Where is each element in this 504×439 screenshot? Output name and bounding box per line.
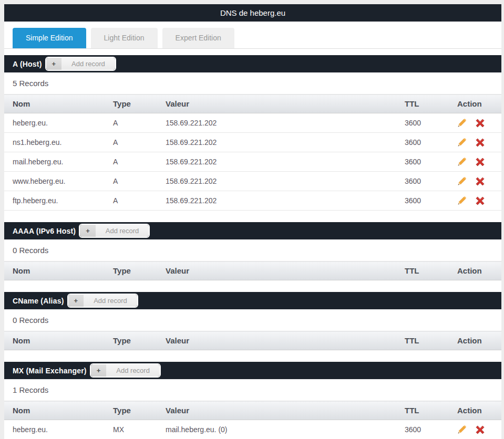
cell-valeur: 158.69.221.202	[157, 172, 396, 191]
column-header-action: Action	[449, 401, 501, 420]
section-bottom-padding	[4, 280, 501, 292]
column-header-valeur: Valeur	[157, 262, 396, 280]
cell-valeur: 158.69.221.202	[157, 113, 396, 133]
records-count: 1 Records	[4, 379, 501, 401]
column-header-action: Action	[449, 262, 501, 280]
section-header: AAAA (IPv6 Host) + Add record	[4, 222, 501, 239]
section-header: CName (Alias) + Add record	[4, 292, 501, 309]
column-header-nom: Nom	[4, 95, 105, 113]
cell-type: A	[105, 152, 157, 172]
delete-x-icon[interactable]	[476, 138, 485, 147]
cell-type: A	[105, 133, 157, 152]
add-record-button[interactable]: + Add record	[45, 57, 116, 71]
tabs-bottom-spacer	[4, 49, 501, 55]
cell-valeur: 158.69.221.202	[157, 191, 396, 211]
edit-pencil-icon[interactable]	[457, 425, 467, 434]
record-row: ftp.heberg.eu. A 158.69.221.202 3600	[4, 191, 501, 211]
tabs-list: Simple EditionLight EditionExpert Editio…	[4, 28, 501, 49]
add-record-label[interactable]: Add record	[61, 58, 115, 70]
add-record-label[interactable]: Add record	[96, 225, 149, 237]
cell-ttl: 3600	[396, 420, 449, 439]
column-header-nom: Nom	[4, 401, 105, 420]
plus-icon[interactable]: +	[91, 364, 107, 377]
column-header-nom: Nom	[4, 331, 105, 350]
cell-nom: www.heberg.eu.	[4, 172, 105, 191]
add-record-button[interactable]: + Add record	[79, 224, 150, 238]
cell-ttl: 3600	[396, 152, 449, 172]
column-header-ttl: TTL	[396, 401, 449, 420]
cell-ttl: 3600	[396, 113, 449, 133]
edit-pencil-icon[interactable]	[457, 196, 467, 205]
tabs-bar: Simple EditionLight EditionExpert Editio…	[4, 22, 501, 49]
column-header-type: Type	[105, 401, 157, 420]
delete-x-icon[interactable]	[476, 158, 485, 166]
table-header-row: Nom Type Valeur TTL Action	[4, 95, 501, 113]
column-header-valeur: Valeur	[157, 401, 396, 420]
section-header: A (Host) + Add record	[4, 55, 501, 72]
delete-x-icon[interactable]	[476, 177, 485, 186]
column-header-ttl: TTL	[396, 262, 449, 280]
section-a-host-: A (Host) + Add record 5 Records Nom Type…	[4, 55, 501, 222]
cell-action	[449, 420, 501, 439]
cell-action	[449, 191, 501, 211]
cell-nom: heberg.eu.	[4, 420, 105, 439]
cell-nom: ftp.heberg.eu.	[4, 191, 105, 211]
add-record-button[interactable]: + Add record	[67, 294, 138, 308]
section-cname-alias-: CName (Alias) + Add record 0 Records Nom…	[4, 292, 501, 362]
column-header-type: Type	[105, 331, 157, 350]
cell-ttl: 3600	[396, 191, 449, 211]
section-bottom-padding	[4, 350, 501, 362]
cell-ttl: 3600	[396, 133, 449, 152]
records-count: 0 Records	[4, 239, 501, 261]
plus-icon[interactable]: +	[80, 225, 96, 237]
section-title: AAAA (IPv6 Host)	[13, 227, 76, 235]
tab-light-edition[interactable]: Light Edition	[91, 28, 158, 48]
tab-simple-edition[interactable]: Simple Edition	[13, 28, 86, 48]
delete-x-icon[interactable]	[476, 119, 485, 128]
table-header-row: Nom Type Valeur TTL Action	[4, 262, 501, 280]
column-header-type: Type	[105, 95, 157, 113]
tab-expert-edition[interactable]: Expert Edition	[162, 28, 234, 48]
section-title: A (Host)	[13, 60, 42, 68]
cell-type: A	[105, 113, 157, 133]
cell-type: MX	[105, 420, 157, 439]
column-header-valeur: Valeur	[157, 331, 396, 350]
column-header-type: Type	[105, 262, 157, 280]
edit-pencil-icon[interactable]	[457, 138, 467, 147]
records-table: Nom Type Valeur TTL Action heberg.eu. MX…	[4, 401, 501, 439]
records-table: Nom Type Valeur TTL Action	[4, 331, 501, 350]
edit-pencil-icon[interactable]	[457, 176, 467, 186]
cell-action	[449, 133, 501, 152]
table-header-row: Nom Type Valeur TTL Action	[4, 401, 501, 420]
cell-action	[449, 152, 501, 172]
cell-valeur: mail.heberg.eu. (0)	[157, 420, 396, 439]
cell-nom: heberg.eu.	[4, 113, 105, 133]
page-container: DNS de heberg.eu Simple EditionLight Edi…	[4, 4, 501, 439]
column-header-ttl: TTL	[396, 331, 449, 350]
cell-action	[449, 113, 501, 133]
cell-nom: ns1.heberg.eu.	[4, 133, 105, 152]
plus-icon[interactable]: +	[68, 295, 84, 307]
edit-pencil-icon[interactable]	[457, 157, 467, 166]
add-record-label[interactable]: Add record	[106, 364, 160, 377]
column-header-action: Action	[449, 331, 501, 350]
add-record-label[interactable]: Add record	[84, 295, 137, 307]
column-header-valeur: Valeur	[157, 95, 396, 113]
section-mx-mail-exchanger-: MX (Mail Exchanger) + Add record 1 Recor…	[4, 362, 501, 439]
section-header: MX (Mail Exchanger) + Add record	[4, 362, 501, 379]
delete-x-icon[interactable]	[476, 425, 485, 434]
records-count: 5 Records	[4, 72, 501, 94]
section-title: CName (Alias)	[13, 297, 64, 305]
edit-pencil-icon[interactable]	[457, 118, 467, 128]
delete-x-icon[interactable]	[476, 196, 485, 205]
section-aaaa-ipv6-host-: AAAA (IPv6 Host) + Add record 0 Records …	[4, 222, 501, 292]
records-table: Nom Type Valeur TTL Action heberg.eu. A …	[4, 94, 501, 211]
add-record-button[interactable]: + Add record	[90, 363, 161, 378]
cell-action	[449, 172, 501, 191]
section-title: MX (Mail Exchanger)	[13, 367, 87, 375]
record-row: www.heberg.eu. A 158.69.221.202 3600	[4, 172, 501, 191]
plus-icon[interactable]: +	[46, 58, 62, 70]
dns-sections: A (Host) + Add record 5 Records Nom Type…	[4, 55, 501, 439]
table-header-row: Nom Type Valeur TTL Action	[4, 331, 501, 350]
records-count: 0 Records	[4, 309, 501, 331]
